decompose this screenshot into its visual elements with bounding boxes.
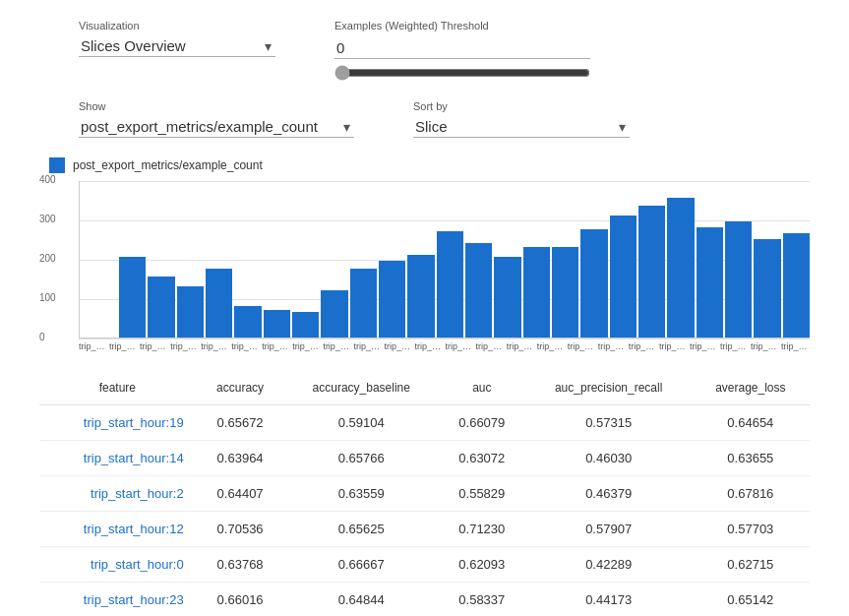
bar[interactable] (350, 269, 377, 338)
chart-section: post_export_metrics/example_count 400300… (0, 148, 849, 361)
x-label: trip_s... (629, 339, 657, 351)
x-label: trip_s... (231, 339, 260, 351)
table-cell: 0.63559 (285, 476, 439, 512)
bar[interactable] (206, 269, 232, 338)
table-cell: 0.64654 (692, 405, 810, 441)
table-col-header: auc_precision_recall (526, 371, 692, 405)
bar[interactable] (494, 257, 520, 338)
bar-wrapper (610, 216, 637, 338)
threshold-slider[interactable] (334, 65, 590, 81)
bar-wrapper (638, 206, 665, 338)
table-cell: 0.46379 (526, 476, 692, 512)
visualization-select[interactable]: Slices OverviewMetrics Comparison (79, 35, 275, 57)
threshold-label: Examples (Weighted) Threshold (334, 20, 590, 31)
table-cell: 0.66667 (285, 547, 439, 583)
table-col-header: accuracy (196, 371, 285, 405)
sortby-dropdown-wrapper: SliceMetric Value ▾ (413, 116, 630, 138)
bar-wrapper (206, 269, 232, 338)
table-cell: 0.65142 (692, 583, 810, 617)
bar[interactable] (610, 216, 637, 338)
bar-wrapper (177, 286, 204, 338)
x-label: trip_s... (170, 339, 199, 351)
bar-wrapper (552, 247, 578, 338)
table-cell: 0.65766 (285, 441, 439, 476)
bar-wrapper (494, 257, 520, 338)
x-label: trip_s... (292, 339, 321, 351)
table-section: featureaccuracyaccuracy_baselineaucauc_p… (0, 361, 849, 616)
x-label: trip_s... (415, 339, 444, 351)
x-label: trip_s... (659, 339, 688, 351)
legend-label: post_export_metrics/example_count (73, 158, 263, 172)
table-cell: 0.44173 (526, 583, 692, 617)
table-cell: trip_start_hour:14 (39, 441, 196, 476)
table-header-row: featureaccuracyaccuracy_baselineaucauc_p… (39, 371, 810, 405)
table-cell: 0.62715 (692, 547, 810, 583)
table-col-header: average_loss (692, 371, 810, 405)
bar-wrapper (292, 312, 319, 338)
bar[interactable] (725, 221, 752, 338)
table-cell: 0.55829 (438, 476, 526, 512)
show-label: Show (79, 100, 354, 112)
x-label: trip_s... (598, 339, 627, 351)
table-cell: 0.71230 (438, 512, 526, 547)
bar-wrapper (523, 247, 550, 338)
sortby-select[interactable]: SliceMetric Value (413, 116, 630, 138)
table-cell: 0.63964 (196, 441, 285, 476)
table-cell: 0.46030 (526, 441, 692, 476)
bar[interactable] (754, 239, 780, 338)
x-label: trip_s... (140, 339, 168, 351)
bar[interactable] (697, 227, 723, 338)
x-label: trip_s... (537, 339, 566, 351)
x-label: trip_s... (262, 339, 290, 351)
table-cell: 0.66079 (438, 405, 526, 441)
table-cell: 0.64407 (196, 476, 285, 512)
table-cell: 0.58337 (438, 583, 526, 617)
table-col-header: accuracy_baseline (285, 371, 439, 405)
bar[interactable] (580, 229, 607, 338)
table-cell: 0.59104 (285, 405, 439, 441)
bar-wrapper (437, 231, 463, 338)
bar-wrapper (580, 229, 607, 338)
x-label: trip_s... (109, 339, 138, 351)
bar-wrapper (350, 269, 377, 338)
bar[interactable] (177, 286, 204, 338)
bar[interactable] (264, 310, 290, 338)
table-row: trip_start_hour:230.660160.648440.583370… (39, 583, 810, 617)
bar[interactable] (292, 312, 319, 338)
bar[interactable] (552, 247, 578, 338)
bar[interactable] (407, 255, 434, 338)
bar-wrapper (119, 257, 146, 338)
bar-wrapper (407, 255, 434, 338)
bar[interactable] (234, 306, 261, 338)
show-dropdown-wrapper: post_export_metrics/example_countaccurac… (79, 116, 354, 138)
table-header: featureaccuracyaccuracy_baselineaucauc_p… (39, 371, 810, 405)
bar[interactable] (638, 206, 665, 338)
bar-chart-outer: 4003002001000 (39, 181, 810, 339)
table-col-header: feature (39, 371, 196, 405)
bar[interactable] (437, 231, 463, 338)
bar[interactable] (667, 198, 694, 338)
threshold-input[interactable] (334, 37, 590, 59)
threshold-control: Examples (Weighted) Threshold (334, 20, 590, 81)
show-select[interactable]: post_export_metrics/example_countaccurac… (79, 116, 354, 138)
bar[interactable] (523, 247, 550, 338)
bar[interactable] (321, 290, 347, 338)
bar[interactable] (148, 277, 174, 338)
table-cell: 0.65625 (285, 512, 439, 547)
visualization-dropdown-wrapper: Slices OverviewMetrics Comparison ▾ (79, 35, 275, 57)
table-cell: trip_start_hour:23 (39, 583, 196, 617)
bar-wrapper (148, 277, 174, 338)
table-cell: trip_start_hour:12 (39, 512, 196, 547)
bar[interactable] (379, 261, 405, 338)
bar[interactable] (465, 243, 492, 338)
show-control: Show post_export_metrics/example_countac… (79, 100, 354, 138)
bar-wrapper (234, 306, 261, 338)
x-label: trip_s... (781, 339, 810, 351)
bar-wrapper (379, 261, 405, 338)
bar[interactable] (783, 233, 810, 338)
table-cell: 0.64844 (285, 583, 439, 617)
controls-section: Visualization Slices OverviewMetrics Com… (0, 0, 849, 148)
x-label: trip_s... (690, 339, 718, 351)
table-cell: 0.42289 (526, 547, 692, 583)
bar[interactable] (119, 257, 146, 338)
